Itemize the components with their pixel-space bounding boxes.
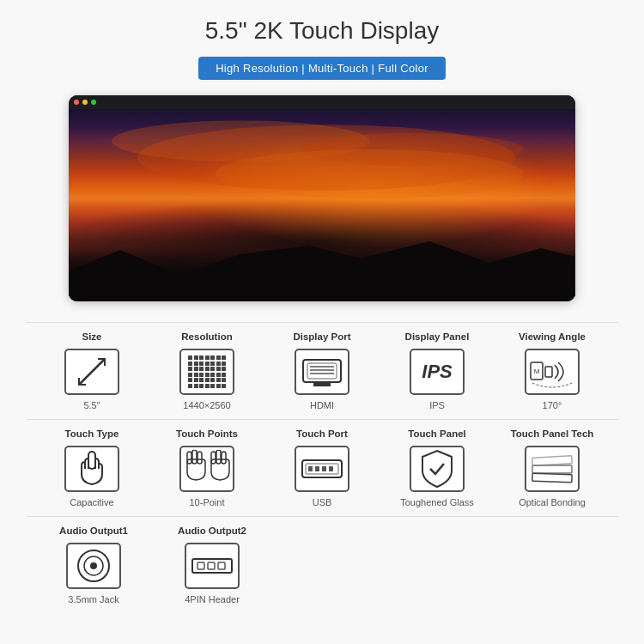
svg-rect-30 [532,473,572,483]
svg-rect-7 [307,363,337,379]
spec-usb-icon-box [295,446,349,492]
spec-pin-icon-box [185,543,240,589]
svg-rect-21 [222,452,226,464]
svg-rect-37 [218,562,225,569]
spec-audio-2-label: Audio Output2 [178,526,246,536]
spec-viewing-angle-value: 170° [543,400,562,410]
specs-section: Size 5.5" Resolution [26,322,618,613]
hdmi-icon [301,355,343,388]
spec-ips-icon-box: IPS [410,349,465,395]
spec-touch-port-label: Touch Port [296,428,348,439]
spec-display-port-value: HDMI [310,400,334,410]
cloud-layer [69,108,575,232]
display-menubar [69,95,575,109]
spec-size-icon-box [64,349,119,395]
optical-bonding-icon [529,453,575,484]
specs-row-3: Audio Output1 3.5mm Jack Audio Output2 [26,516,618,605]
mountain-silhouette [69,233,575,301]
spec-audio-2-value: 4PIN Header [185,594,240,605]
svg-point-4 [215,149,524,199]
spec-viewing-icon-box: M [525,349,580,395]
spec-touch-type-label: Touch Type [65,428,119,439]
spec-touch-panel-value: Toughened Glass [400,497,474,507]
svg-point-33 [90,562,97,569]
spec-viewing-angle-label: Viewing Angle [519,331,586,342]
svg-rect-20 [216,450,221,464]
svg-rect-18 [197,452,202,464]
specs-row-2: Touch Type Capacitive Touch Points [26,419,618,507]
dot-red [74,100,79,105]
spec-resolution-value: 1440×2560 [183,400,230,410]
spec-display-panel-label: Display Panel [405,331,470,342]
multihand-icon [184,450,230,488]
svg-rect-11 [313,382,331,386]
spec-touch-panel-tech: Touch Panel Tech Optical Bonding [495,428,610,507]
spec-touch-panel-tech-value: Optical Bonding [519,497,586,507]
spec-touch-port: Touch Port USB [264,428,380,507]
svg-rect-36 [208,562,215,569]
svg-rect-35 [197,562,204,569]
spec-hdmi-icon-box [295,349,349,395]
spec-multihand-icon-box [179,446,234,492]
spec-hand-icon-box [64,446,119,492]
spec-touch-port-value: USB [313,497,332,507]
feature-badge: High Resolution | Multi-Touch | Full Col… [198,57,446,80]
spec-touch-panel: Touch Panel Toughened Glass [380,428,495,507]
ips-icon: IPS [422,361,452,383]
specs-row-1: Size 5.5" Resolution [26,322,618,410]
spec-audio-1-value: 3.5mm Jack [68,594,118,605]
svg-text:M: M [534,368,540,375]
svg-rect-14 [545,367,552,377]
spec-touch-type-value: Capacitive [70,497,113,507]
spec-display-port-label: Display Port [293,331,350,342]
svg-rect-28 [532,456,572,465]
svg-line-5 [79,359,105,385]
spec-size-label: Size [82,331,101,342]
svg-rect-25 [315,466,319,471]
spec-touch-panel-label: Touch Panel [408,428,466,439]
viewing-angle-icon: M [529,355,575,388]
spec-viewing-angle: Viewing Angle M 170° [495,331,610,410]
svg-rect-15 [88,452,95,469]
spec-size-value: 5.5" [83,400,100,410]
spec-resolution: Resolution 1440×2560 [149,331,264,410]
spec-display-panel-value: IPS [429,400,445,410]
spec-size: Size 5.5" [34,331,149,410]
spec-touch-points: Touch Points 10-Point [149,428,264,507]
usb-icon [301,455,343,483]
spec-audio-2: Audio Output2 4PIN Header [153,526,271,605]
spec-resolution-label: Resolution [181,331,232,342]
spec-touch-panel-tech-label: Touch Panel Tech [511,428,594,439]
spec-speaker-icon-box [66,543,121,589]
svg-rect-29 [532,465,572,473]
svg-rect-34 [192,559,232,573]
speaker-jack-icon [75,547,112,585]
dot-yellow [82,100,88,105]
svg-rect-27 [329,466,333,471]
svg-marker-0 [69,241,575,301]
dot-green [91,100,96,105]
spec-shield-icon-box [410,446,465,492]
spec-display-port: Display Port HDMI [264,331,380,410]
display-image [69,95,575,301]
svg-rect-24 [308,466,313,471]
spec-touch-points-label: Touch Points [176,428,238,439]
spec-touch-type: Touch Type Capacitive [34,428,149,507]
spec-display-panel: Display Panel IPS IPS [380,331,495,410]
hand-icon [76,450,108,488]
shield-icon [418,448,456,489]
svg-rect-26 [322,466,326,471]
resolution-grid-icon [188,355,226,388]
display-screen [69,95,575,301]
spec-touch-points-value: 10-Point [190,497,225,507]
spec-optical-icon-box [525,446,580,492]
spec-audio-1-label: Audio Output1 [59,526,128,536]
pin-header-icon [189,552,235,580]
svg-rect-17 [192,450,197,464]
size-icon [74,354,110,390]
spec-audio-1: Audio Output1 3.5mm Jack [34,526,153,605]
page-title: 5.5" 2K Touch Display [205,17,439,45]
spec-resolution-icon-box [179,349,234,395]
